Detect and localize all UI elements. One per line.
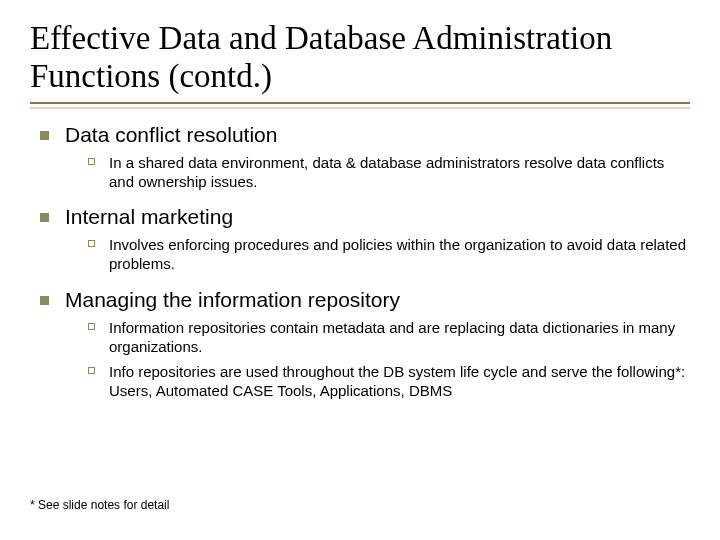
bullet-level2: Info repositories are used throughout th… <box>88 362 690 400</box>
bullet-level1: Data conflict resolution <box>40 123 690 147</box>
open-square-bullet-icon <box>88 158 95 165</box>
section-heading: Data conflict resolution <box>65 123 277 147</box>
title-rule-light <box>30 107 690 109</box>
bullet-level2: Information repositories contain metadat… <box>88 318 690 356</box>
section-item: Info repositories are used throughout th… <box>109 362 689 400</box>
square-bullet-icon <box>40 131 49 140</box>
bullet-level2: In a shared data environment, data & dat… <box>88 153 690 191</box>
slide: Effective Data and Database Administrati… <box>0 0 720 540</box>
section-heading: Managing the information repository <box>65 288 400 312</box>
section-heading: Internal marketing <box>65 205 233 229</box>
footnote: * See slide notes for detail <box>30 498 169 512</box>
bullet-level2: Involves enforcing procedures and polici… <box>88 235 690 273</box>
title-rule-dark <box>30 102 690 104</box>
slide-content: Data conflict resolution In a shared dat… <box>30 123 690 401</box>
bullet-level1: Managing the information repository <box>40 288 690 312</box>
section-item: In a shared data environment, data & dat… <box>109 153 689 191</box>
open-square-bullet-icon <box>88 323 95 330</box>
square-bullet-icon <box>40 213 49 222</box>
open-square-bullet-icon <box>88 367 95 374</box>
section-item: Information repositories contain metadat… <box>109 318 689 356</box>
bullet-level1: Internal marketing <box>40 205 690 229</box>
section-item: Involves enforcing procedures and polici… <box>109 235 689 273</box>
open-square-bullet-icon <box>88 240 95 247</box>
slide-title: Effective Data and Database Administrati… <box>30 20 690 96</box>
square-bullet-icon <box>40 296 49 305</box>
